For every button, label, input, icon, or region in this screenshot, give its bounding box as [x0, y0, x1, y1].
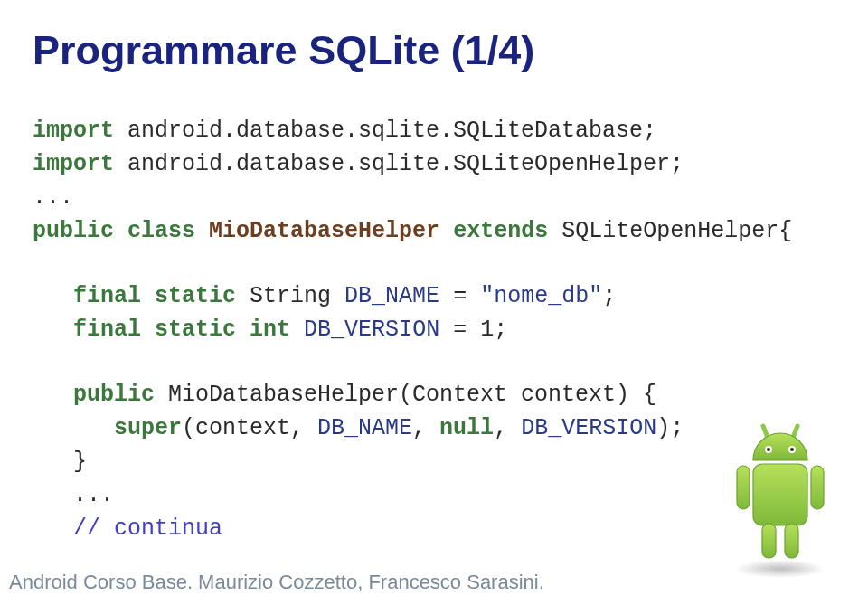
svg-rect-7 [753, 464, 807, 525]
kw-import: import [33, 118, 114, 144]
code-text: ); [656, 415, 684, 441]
code-line-3: ... [33, 181, 835, 214]
kw-null: null [439, 415, 494, 441]
indent [33, 382, 73, 408]
string-literal: "nome_db" [480, 283, 602, 309]
code-line-1: import android.database.sqlite.SQLiteDat… [33, 114, 835, 147]
indent [33, 415, 114, 441]
code-comment: // continua [73, 515, 222, 542]
indent [33, 317, 73, 343]
code-text: String [236, 283, 344, 309]
const-name: DB_VERSION [304, 317, 439, 343]
kw-final: final [73, 317, 141, 343]
code-text: } [33, 449, 87, 475]
code-line-2: import android.database.sqlite.SQLiteOpe… [33, 147, 835, 181]
svg-point-0 [735, 560, 826, 578]
indent [33, 482, 73, 508]
kw-public: public [33, 218, 114, 244]
indent [33, 283, 73, 309]
svg-rect-9 [811, 466, 824, 509]
kw-class: class [127, 218, 195, 244]
svg-rect-10 [762, 524, 776, 558]
kw-super: super [114, 415, 182, 441]
blank-line [33, 346, 835, 378]
code-text: = 1; [439, 317, 507, 343]
kw-final: final [73, 283, 141, 309]
code-text: = [439, 283, 480, 309]
code-text: , [412, 415, 439, 441]
code-text [290, 317, 304, 343]
code-ellipsis: ... [73, 482, 114, 508]
kw-static: static [155, 283, 236, 309]
code-text: , [494, 415, 521, 441]
kw-int: int [250, 317, 290, 343]
svg-point-6 [790, 448, 794, 451]
const-name: DB_NAME [344, 283, 439, 309]
code-text: android.database.sqlite.SQLiteDatabase; [114, 118, 656, 144]
code-text [439, 218, 453, 244]
svg-rect-11 [785, 524, 798, 558]
code-line-5: final static String DB_NAME = "nome_db"; [33, 279, 835, 313]
kw-import: import [33, 151, 114, 177]
svg-point-5 [767, 448, 770, 451]
slide-footer: Android Corso Base. Maurizio Cozzetto, F… [9, 571, 544, 594]
const-name: DB_NAME [317, 415, 412, 441]
code-text: ; [602, 283, 616, 309]
svg-rect-8 [737, 466, 750, 509]
code-line-6: final static int DB_VERSION = 1; [33, 313, 835, 346]
kw-public: public [73, 382, 155, 408]
kw-extends: extends [453, 218, 548, 244]
blank-line [33, 248, 835, 279]
code-line-4: public class MioDatabaseHelper extends S… [33, 214, 835, 248]
code-text: android.database.sqlite.SQLiteOpenHelper… [114, 151, 684, 177]
code-text: SQLiteOpenHelper{ [548, 218, 792, 244]
code-ellipsis: ... [33, 184, 73, 211]
android-icon [712, 417, 848, 580]
code-text: (context, [182, 415, 317, 441]
code-line-7: public MioDatabaseHelper(Context context… [33, 378, 835, 411]
const-name: DB_VERSION [521, 415, 656, 441]
indent [33, 515, 73, 542]
class-name: MioDatabaseHelper [209, 218, 439, 244]
kw-static: static [155, 317, 236, 343]
code-text: MioDatabaseHelper(Context context) { [155, 382, 656, 408]
slide-title: Programmare SQLite (1/4) [33, 27, 835, 74]
